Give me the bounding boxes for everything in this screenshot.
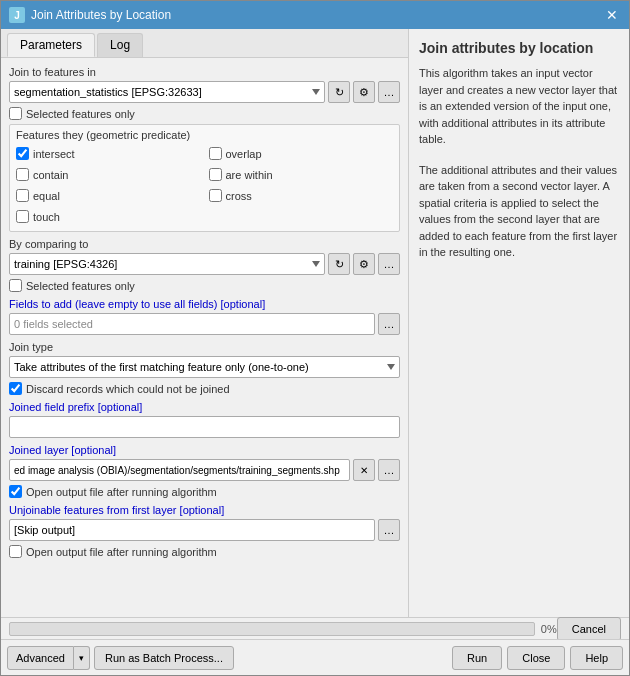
help-button[interactable]: Help xyxy=(570,646,623,670)
open-output-2-row: Open output file after running algorithm xyxy=(9,545,400,558)
fields-add-input[interactable] xyxy=(9,313,375,335)
bottom-buttons-bar: Advanced ▾ Run as Batch Process... Run C… xyxy=(1,639,629,675)
join-to-settings-button[interactable]: ⚙ xyxy=(353,81,375,103)
unjoinable-input[interactable] xyxy=(9,519,375,541)
discard-records-row: Discard records which could not be joine… xyxy=(9,382,400,395)
joined-layer-input[interactable] xyxy=(9,459,350,481)
predicates-grid: intersect overlap contain are withi xyxy=(16,145,393,227)
fields-add-row: … xyxy=(9,313,400,335)
join-to-combo[interactable]: segmentation_statistics [EPSG:32633] xyxy=(9,81,325,103)
help-title: Join attributes by location xyxy=(419,39,619,57)
window-title: Join Attributes by Location xyxy=(31,8,171,22)
join-to-row: segmentation_statistics [EPSG:32633] ↻ ⚙… xyxy=(9,81,400,103)
joined-layer-row: ✕ … xyxy=(9,459,400,481)
unjoinable-row: … xyxy=(9,519,400,541)
joined-prefix-row xyxy=(9,416,400,438)
progress-bar-container xyxy=(9,622,535,636)
unjoinable-more-button[interactable]: … xyxy=(378,519,400,541)
window-close-button[interactable]: ✕ xyxy=(603,6,621,24)
progress-bar-area: 0% Cancel xyxy=(1,617,629,639)
by-comparing-refresh-button[interactable]: ↻ xyxy=(328,253,350,275)
discard-records-checkbox[interactable] xyxy=(9,382,22,395)
are-within-checkbox[interactable] xyxy=(209,168,222,181)
tab-log[interactable]: Log xyxy=(97,33,143,57)
help-text-1: This algorithm takes an input vector lay… xyxy=(419,65,619,148)
joined-layer-more-button[interactable]: … xyxy=(378,459,400,481)
join-to-refresh-button[interactable]: ↻ xyxy=(328,81,350,103)
join-to-label: Join to features in xyxy=(9,66,400,78)
close-button[interactable]: Close xyxy=(507,646,565,670)
joined-prefix-label: Joined field prefix [optional] xyxy=(9,401,400,413)
selected-features-2-checkbox[interactable] xyxy=(9,279,22,292)
selected-features-2-row: Selected features only xyxy=(9,279,400,292)
joined-prefix-input[interactable] xyxy=(9,416,400,438)
joined-layer-label: Joined layer [optional] xyxy=(9,444,400,456)
open-output-2-checkbox[interactable] xyxy=(9,545,22,558)
title-bar: J Join Attributes by Location ✕ xyxy=(1,1,629,29)
by-comparing-label: By comparing to xyxy=(9,238,400,250)
cross-checkbox[interactable] xyxy=(209,189,222,202)
features-predicate-section: Features they (geometric predicate) inte… xyxy=(9,124,400,232)
open-output-1-row: Open output file after running algorithm xyxy=(9,485,400,498)
discard-records-label: Discard records which could not be joine… xyxy=(26,383,230,395)
run-button[interactable]: Run xyxy=(452,646,502,670)
features-predicate-label: Features they (geometric predicate) xyxy=(16,129,393,141)
window-icon: J xyxy=(9,7,25,23)
open-output-1-label: Open output file after running algorithm xyxy=(26,486,217,498)
by-comparing-combo[interactable]: training [EPSG:4326] xyxy=(9,253,325,275)
join-to-more-button[interactable]: … xyxy=(378,81,400,103)
main-window: J Join Attributes by Location ✕ Paramete… xyxy=(0,0,630,676)
join-type-row: Take attributes of the first matching fe… xyxy=(9,356,400,378)
fields-add-more-button[interactable]: … xyxy=(378,313,400,335)
unjoinable-label: Unjoinable features from first layer [op… xyxy=(9,504,400,516)
bottom-right-buttons: Run Close Help xyxy=(452,646,623,670)
parameters-panel: Join to features in segmentation_statist… xyxy=(1,58,408,617)
help-panel: Join attributes by location This algorit… xyxy=(409,29,629,617)
open-output-1-checkbox[interactable] xyxy=(9,485,22,498)
open-output-2-label: Open output file after running algorithm xyxy=(26,546,217,558)
selected-features-1-label: Selected features only xyxy=(26,108,135,120)
by-comparing-more-button[interactable]: … xyxy=(378,253,400,275)
predicate-touch: touch xyxy=(16,210,201,223)
touch-checkbox[interactable] xyxy=(16,210,29,223)
joined-layer-clear-button[interactable]: ✕ xyxy=(353,459,375,481)
join-type-label: Join type xyxy=(9,341,400,353)
advanced-dropdown-button[interactable]: ▾ xyxy=(74,646,90,670)
left-panel: Parameters Log Join to features in segme… xyxy=(1,29,409,617)
overlap-checkbox[interactable] xyxy=(209,147,222,160)
fields-add-label: Fields to add (leave empty to use all fi… xyxy=(9,298,400,310)
equal-checkbox[interactable] xyxy=(16,189,29,202)
predicate-are-within: are within xyxy=(209,168,394,181)
by-comparing-row: training [EPSG:4326] ↻ ⚙ … xyxy=(9,253,400,275)
selected-features-2-label: Selected features only xyxy=(26,280,135,292)
predicate-cross: cross xyxy=(209,189,394,202)
help-text-2: The additional attributes and their valu… xyxy=(419,162,619,261)
content-area: Parameters Log Join to features in segme… xyxy=(1,29,629,617)
contain-checkbox[interactable] xyxy=(16,168,29,181)
predicate-intersect: intersect xyxy=(16,147,201,160)
tab-parameters[interactable]: Parameters xyxy=(7,33,95,57)
selected-features-1-row: Selected features only xyxy=(9,107,400,120)
intersect-checkbox[interactable] xyxy=(16,147,29,160)
by-comparing-settings-button[interactable]: ⚙ xyxy=(353,253,375,275)
predicate-overlap: overlap xyxy=(209,147,394,160)
join-type-combo[interactable]: Take attributes of the first matching fe… xyxy=(9,356,400,378)
predicate-equal: equal xyxy=(16,189,201,202)
progress-text: 0% xyxy=(541,623,557,635)
selected-features-1-checkbox[interactable] xyxy=(9,107,22,120)
advanced-button[interactable]: Advanced xyxy=(7,646,74,670)
bottom-left-buttons: Advanced ▾ Run as Batch Process... xyxy=(7,646,234,670)
cancel-button-top[interactable]: Cancel xyxy=(557,617,621,641)
batch-process-button[interactable]: Run as Batch Process... xyxy=(94,646,234,670)
tabs-bar: Parameters Log xyxy=(1,29,408,58)
predicate-contain: contain xyxy=(16,168,201,181)
